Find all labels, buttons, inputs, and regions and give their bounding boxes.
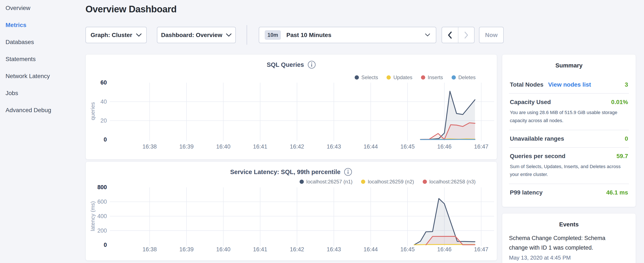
summary-row-value: 46.1 ms bbox=[606, 189, 628, 196]
summary-panel: Summary Total NodesView nodes list3Capac… bbox=[502, 54, 636, 207]
graph-dropdown-label: Graph: Cluster bbox=[90, 32, 132, 39]
summary-row-description: Sum of Selects, Updates, Inserts, and De… bbox=[510, 163, 628, 179]
svg-text:16:40: 16:40 bbox=[216, 143, 230, 150]
controls-divider bbox=[247, 25, 247, 45]
svg-text:400: 400 bbox=[98, 213, 107, 219]
view-nodes-link[interactable]: View nodes list bbox=[548, 81, 591, 88]
svg-text:16:42: 16:42 bbox=[290, 246, 304, 252]
chevron-down-icon bbox=[136, 34, 142, 37]
svg-text:20: 20 bbox=[100, 117, 107, 124]
chevron-left-icon bbox=[448, 32, 452, 39]
summary-row-top: Queries per second59.7 bbox=[510, 153, 628, 160]
sidebar-item-advanced-debug[interactable]: Advanced Debug bbox=[6, 107, 51, 114]
summary-row-label: Capacity Used bbox=[510, 99, 551, 106]
svg-text:60: 60 bbox=[100, 79, 107, 86]
event-item: Schema Change Completed: Schema change w… bbox=[509, 233, 629, 261]
svg-text:0: 0 bbox=[104, 136, 107, 143]
svg-text:16:43: 16:43 bbox=[327, 246, 341, 252]
svg-text:16:47: 16:47 bbox=[474, 143, 488, 150]
sidebar-item-network-latency[interactable]: Network Latency bbox=[6, 73, 50, 80]
svg-text:16:42: 16:42 bbox=[290, 143, 304, 150]
svg-text:16:44: 16:44 bbox=[364, 246, 378, 252]
summary-row-value: 0.01% bbox=[611, 99, 628, 106]
chevron-down-icon bbox=[226, 34, 232, 37]
page-title: Overview Dashboard bbox=[86, 4, 177, 15]
summary-row-top: P99 latency46.1 ms bbox=[510, 189, 628, 196]
svg-text:16:39: 16:39 bbox=[180, 246, 194, 252]
graph-dropdown[interactable]: Graph: Cluster bbox=[86, 27, 147, 43]
service-latency-chart-card: Service Latency: SQL, 99th percentile lo… bbox=[86, 161, 497, 261]
summary-row-top: Total NodesView nodes list3 bbox=[510, 81, 628, 88]
chevron-right-icon bbox=[464, 32, 468, 39]
sidebar-item-jobs[interactable]: Jobs bbox=[6, 90, 18, 97]
summary-rows: Total NodesView nodes list3Capacity Used… bbox=[509, 76, 629, 201]
summary-row: Unavailable ranges0 bbox=[509, 130, 629, 148]
time-navigation bbox=[442, 27, 474, 43]
event-timestamp: May 13, 2020 at 4:45 PM bbox=[509, 254, 629, 261]
time-range-label: Past 10 Minutes bbox=[286, 32, 332, 39]
events-title: Events bbox=[509, 213, 629, 228]
summary-row-label: Total Nodes bbox=[510, 81, 544, 88]
summary-row-label: Queries per second bbox=[510, 153, 565, 160]
svg-text:16:45: 16:45 bbox=[400, 246, 414, 252]
summary-row-value: 59.7 bbox=[616, 153, 628, 160]
svg-text:16:47: 16:47 bbox=[474, 246, 488, 252]
svg-text:16:44: 16:44 bbox=[364, 143, 378, 150]
sidebar-item-statements[interactable]: Statements bbox=[6, 56, 36, 63]
events-panel: Events Schema Change Completed: Schema c… bbox=[502, 213, 636, 263]
svg-text:16:45: 16:45 bbox=[400, 143, 414, 150]
dashboard-dropdown[interactable]: Dashboard: Overview bbox=[157, 27, 236, 43]
event-text: Schema Change Completed: Schema change w… bbox=[509, 233, 613, 252]
dashboard-dropdown-label: Dashboard: Overview bbox=[161, 32, 222, 39]
svg-text:200: 200 bbox=[98, 227, 107, 234]
sql-queries-plot: 16:3816:3916:4016:4116:4216:4316:4416:45… bbox=[86, 55, 497, 159]
svg-text:16:39: 16:39 bbox=[179, 143, 194, 150]
summary-row: Total NodesView nodes list3 bbox=[509, 76, 629, 94]
summary-row-description: You are using 28.6 MiB of 515.9 GiB usab… bbox=[510, 109, 628, 125]
now-button[interactable]: Now bbox=[479, 27, 504, 43]
time-next-button[interactable] bbox=[458, 27, 474, 43]
summary-row-top: Unavailable ranges0 bbox=[510, 135, 628, 142]
sidebar-item-databases[interactable]: Databases bbox=[6, 39, 34, 46]
svg-text:16:46: 16:46 bbox=[437, 246, 451, 252]
summary-row: Capacity Used0.01%You are using 28.6 MiB… bbox=[509, 94, 629, 130]
summary-row-label: Unavailable ranges bbox=[510, 135, 564, 142]
svg-text:800: 800 bbox=[98, 184, 107, 190]
events-list: Schema Change Completed: Schema change w… bbox=[509, 233, 629, 261]
summary-title: Summary bbox=[509, 55, 629, 69]
svg-text:16:43: 16:43 bbox=[327, 143, 341, 150]
chevron-down-icon bbox=[425, 34, 430, 37]
summary-row-label: P99 latency bbox=[510, 189, 542, 196]
sidebar-item-metrics[interactable]: Metrics bbox=[6, 22, 26, 29]
svg-text:16:46: 16:46 bbox=[437, 143, 452, 150]
summary-row: Queries per second59.7Sum of Selects, Up… bbox=[509, 148, 629, 184]
svg-text:16:38: 16:38 bbox=[142, 143, 157, 150]
svg-text:40: 40 bbox=[100, 99, 107, 105]
svg-text:latency (ms): latency (ms) bbox=[90, 201, 96, 231]
service-latency-plot: 16:3816:3916:4016:4116:4216:4316:4416:45… bbox=[86, 162, 497, 260]
summary-row-value: 0 bbox=[625, 135, 628, 142]
svg-text:16:41: 16:41 bbox=[253, 143, 267, 150]
time-prev-button[interactable] bbox=[442, 27, 458, 43]
app-root: OverviewMetricsDatabasesStatementsNetwor… bbox=[0, 0, 644, 263]
summary-row-value: 3 bbox=[625, 81, 628, 88]
time-range-dropdown[interactable]: 10m Past 10 Minutes bbox=[259, 27, 436, 43]
time-range-badge: 10m bbox=[265, 30, 281, 40]
summary-row: P99 latency46.1 ms bbox=[509, 184, 629, 201]
svg-text:16:41: 16:41 bbox=[253, 246, 267, 252]
summary-row-top: Capacity Used0.01% bbox=[510, 99, 628, 106]
svg-text:600: 600 bbox=[98, 198, 107, 205]
svg-text:0: 0 bbox=[104, 242, 107, 248]
sidebar: OverviewMetricsDatabasesStatementsNetwor… bbox=[0, 0, 81, 263]
svg-text:16:38: 16:38 bbox=[142, 246, 157, 252]
svg-text:16:40: 16:40 bbox=[216, 246, 230, 252]
sidebar-item-overview[interactable]: Overview bbox=[6, 5, 30, 12]
sql-queries-chart-card: SQL Queries SelectsUpdatesInsertsDeletes… bbox=[86, 54, 497, 160]
svg-text:queries: queries bbox=[90, 102, 96, 120]
